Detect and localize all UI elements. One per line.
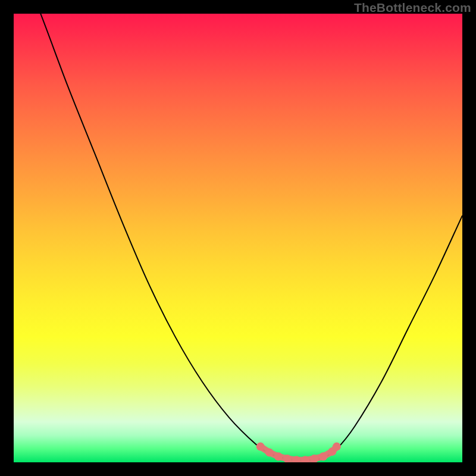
optimal-marker bbox=[256, 443, 265, 451]
plot-area bbox=[14, 14, 462, 462]
watermark-text: TheBottleneck.com bbox=[354, 1, 471, 15]
chart-svg bbox=[14, 14, 462, 462]
optimal-marker bbox=[319, 452, 327, 461]
optimal-marker bbox=[333, 443, 341, 451]
optimal-marker bbox=[274, 452, 283, 461]
bottleneck-curve bbox=[14, 14, 462, 461]
curve-line bbox=[14, 14, 462, 461]
chart-frame: TheBottleneck.com bbox=[0, 0, 476, 476]
optimal-marker bbox=[265, 448, 274, 456]
optimal-markers bbox=[256, 443, 341, 462]
